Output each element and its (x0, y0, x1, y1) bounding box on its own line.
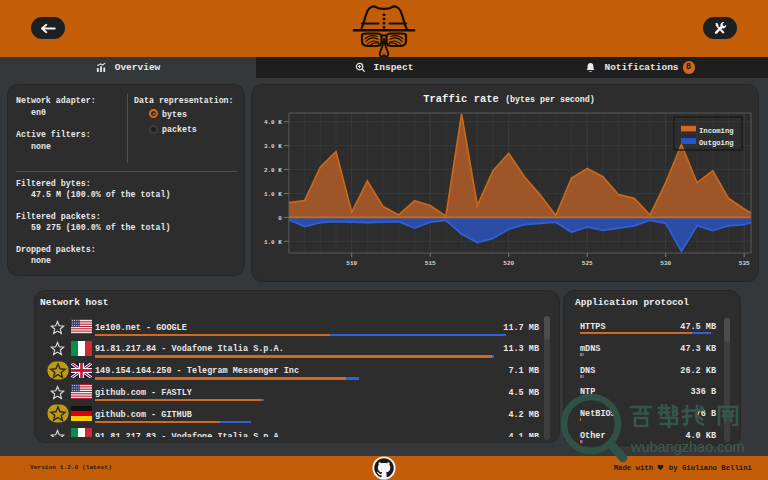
svg-text:530: 530 (660, 260, 671, 267)
svg-text:1.0 K: 1.0 K (264, 239, 282, 246)
svg-text:520: 520 (503, 260, 514, 267)
svg-text:1.0 K: 1.0 K (264, 191, 282, 198)
svg-text:2.0 K: 2.0 K (264, 167, 282, 174)
svg-text:Outgoing: Outgoing (699, 139, 734, 147)
svg-text:525: 525 (582, 260, 593, 267)
svg-text:3.0 K: 3.0 K (264, 143, 282, 150)
svg-text:510: 510 (346, 260, 357, 267)
svg-text:0: 0 (278, 215, 282, 222)
svg-text:wubangzhao.com: wubangzhao.com (630, 439, 745, 455)
svg-text:Incoming: Incoming (699, 127, 734, 135)
svg-text:535: 535 (739, 260, 750, 267)
svg-text:515: 515 (425, 260, 436, 267)
svg-text:4.0 K: 4.0 K (264, 119, 282, 126)
svg-text:Traffic rate (bytes per second: Traffic rate (bytes per second) (423, 93, 595, 105)
